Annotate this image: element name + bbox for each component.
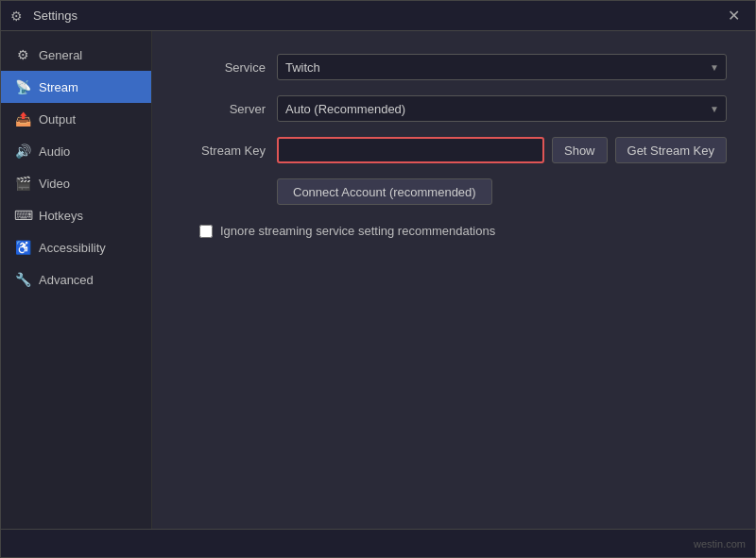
sidebar-item-stream-label: Stream — [39, 80, 78, 94]
server-row: Server Auto (Recommended) — [180, 95, 727, 122]
service-label: Service — [180, 60, 266, 75]
sidebar-item-output-label: Output — [39, 112, 76, 127]
bottom-bar: westin.com — [1, 529, 755, 557]
sidebar-item-audio-label: Audio — [39, 144, 70, 159]
sidebar-item-accessibility[interactable]: ♿ Accessibility — [1, 231, 151, 263]
output-icon: 📤 — [14, 111, 31, 127]
sidebar-item-video-label: Video — [39, 177, 70, 191]
hotkeys-icon: ⌨ — [14, 208, 31, 223]
service-select[interactable]: Twitch — [277, 54, 727, 80]
sidebar-item-audio[interactable]: 🔊 Audio — [1, 135, 151, 167]
stream-key-row: Stream Key Show Get Stream Key — [180, 137, 727, 163]
ignore-recommendations-checkbox[interactable] — [199, 225, 213, 238]
main-content-area: ⚙ General 📡 Stream 📤 Output 🔊 Audio 🎬 Vi… — [1, 31, 755, 529]
video-icon: 🎬 — [14, 176, 31, 191]
stream-settings-panel: Service Twitch Server Auto (Recommended) — [152, 31, 755, 529]
connect-account-row: Connect Account (recommended) — [277, 178, 727, 205]
show-button[interactable]: Show — [552, 137, 608, 163]
sidebar-item-output[interactable]: 📤 Output — [1, 103, 151, 135]
settings-icon: ⚙ — [10, 8, 26, 24]
watermark: westin.com — [694, 538, 746, 550]
sidebar: ⚙ General 📡 Stream 📤 Output 🔊 Audio 🎬 Vi… — [1, 31, 152, 529]
service-row: Service Twitch — [180, 54, 727, 80]
close-button[interactable]: ✕ — [722, 5, 746, 26]
stream-key-input[interactable] — [277, 137, 544, 163]
stream-icon: 📡 — [14, 79, 31, 94]
ignore-recommendations-row: Ignore streaming service setting recomme… — [199, 224, 727, 238]
sidebar-item-hotkeys-label: Hotkeys — [39, 209, 83, 223]
sidebar-item-video[interactable]: 🎬 Video — [1, 167, 151, 199]
sidebar-item-advanced[interactable]: 🔧 Advanced — [1, 263, 151, 296]
window-title: Settings — [33, 8, 722, 23]
titlebar: ⚙ Settings ✕ — [1, 1, 755, 31]
sidebar-item-general-label: General — [39, 48, 82, 62]
settings-window: ⚙ Settings ✕ ⚙ General 📡 Stream 📤 Output… — [0, 0, 756, 558]
service-select-wrapper: Twitch — [277, 54, 727, 80]
sidebar-item-advanced-label: Advanced — [39, 273, 94, 287]
get-stream-key-button[interactable]: Get Stream Key — [615, 137, 727, 163]
server-select-wrapper: Auto (Recommended) — [277, 95, 727, 122]
general-icon: ⚙ — [14, 47, 31, 62]
connect-account-button[interactable]: Connect Account (recommended) — [277, 178, 492, 205]
ignore-recommendations-label: Ignore streaming service setting recomme… — [220, 224, 495, 238]
sidebar-item-general[interactable]: ⚙ General — [1, 39, 151, 71]
service-control: Twitch — [277, 54, 727, 80]
stream-key-controls: Show Get Stream Key — [277, 137, 727, 163]
advanced-icon: 🔧 — [14, 272, 31, 287]
stream-key-label: Stream Key — [180, 144, 266, 158]
sidebar-item-hotkeys[interactable]: ⌨ Hotkeys — [1, 199, 151, 231]
server-select[interactable]: Auto (Recommended) — [277, 95, 727, 122]
sidebar-item-accessibility-label: Accessibility — [39, 241, 106, 255]
accessibility-icon: ♿ — [14, 240, 31, 255]
server-control: Auto (Recommended) — [277, 95, 727, 122]
server-label: Server — [180, 102, 266, 116]
sidebar-item-stream[interactable]: 📡 Stream — [1, 71, 151, 103]
audio-icon: 🔊 — [14, 144, 31, 159]
